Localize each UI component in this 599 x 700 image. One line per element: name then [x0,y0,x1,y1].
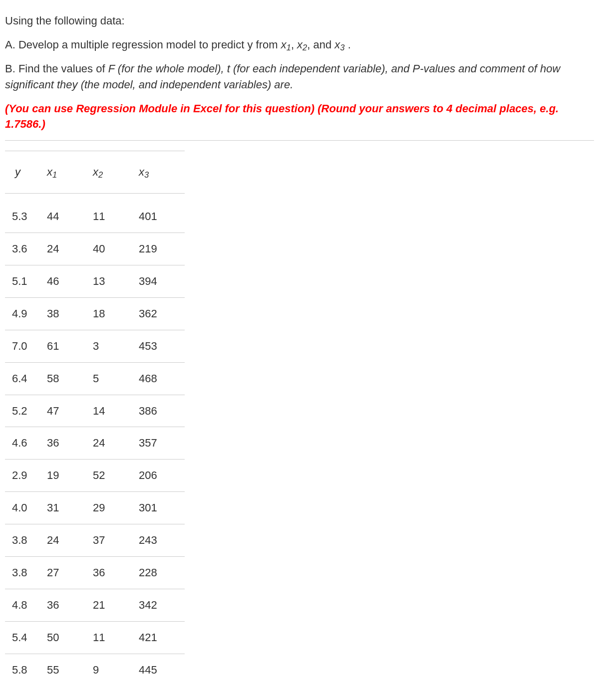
cell-y: 7.0 [5,330,47,362]
cell-x3: 386 [139,395,185,427]
cell-y: 6.4 [5,362,47,395]
table-row: 3.82736228 [5,557,185,589]
table-row: 5.34411401 [5,194,185,233]
intro-line: Using the following data: [5,13,594,29]
x2-sub: 2 [302,43,307,52]
table-row: 4.03129301 [5,492,185,524]
x2-var: x2 [297,38,307,51]
cell-x3: 362 [139,297,185,330]
cell-x1: 19 [47,460,93,492]
cell-x1: 58 [47,362,93,395]
cell-y: 3.8 [5,524,47,557]
table-row: 7.0613453 [5,330,185,362]
part-b-plain: B. Find the values of [5,62,108,75]
header-x1-letter: x [47,166,52,178]
cell-x2: 18 [93,297,139,330]
cell-x2: 24 [93,427,139,460]
cell-x3: 228 [139,557,185,589]
cell-x1: 27 [47,557,93,589]
cell-x3: 453 [139,330,185,362]
part-b: B. Find the values of F (for the whole m… [5,61,594,93]
comma-2: , and [307,38,334,51]
header-x2-sub: 2 [98,170,103,179]
cell-x2: 9 [93,654,139,686]
cell-x1: 55 [47,654,93,686]
header-x2: x2 [93,151,139,194]
cell-y: 4.0 [5,492,47,524]
cell-y: 3.6 [5,233,47,265]
cell-y: 3.8 [5,557,47,589]
x3-letter: x [334,38,340,51]
cell-x1: 44 [47,194,93,233]
header-x3-sub: 3 [144,170,149,179]
cell-y: 5.1 [5,265,47,298]
part-a-prefix: A. Develop a multiple regression model t… [5,38,281,51]
cell-y: 5.8 [5,654,47,686]
x3-sub: 3 [340,43,344,52]
table-row: 3.82437243 [5,524,185,557]
cell-y: 5.3 [5,194,47,233]
cell-x3: 468 [139,362,185,395]
x1-letter: x [281,38,287,51]
table-row: 2.91952206 [5,460,185,492]
cell-x3: 243 [139,524,185,557]
table-row: 5.45011421 [5,621,185,654]
cell-x1: 31 [47,492,93,524]
cell-y: 4.6 [5,427,47,460]
cell-x3: 219 [139,233,185,265]
cell-x1: 38 [47,297,93,330]
table-row: 5.24714386 [5,395,185,427]
header-x3: x3 [139,151,185,194]
table-header-row: y x1 x2 x3 [5,151,185,194]
header-x1-sub: 1 [52,170,57,179]
header-x1: x1 [47,151,93,194]
cell-x1: 50 [47,621,93,654]
table-row: 5.8559445 [5,654,185,686]
cell-x1: 36 [47,427,93,460]
cell-x3: 394 [139,265,185,298]
x1-var: x1 [281,38,291,51]
note-text: (You can use Regression Module in Excel … [5,101,594,133]
x1-sub: 1 [287,43,291,52]
x3-var: x3 [334,38,344,51]
cell-x3: 445 [139,654,185,686]
cell-x2: 11 [93,194,139,233]
cell-x1: 61 [47,330,93,362]
data-table: y x1 x2 x3 5.344114013.624402195.1461339… [5,151,185,686]
part-a: A. Develop a multiple regression model t… [5,37,594,53]
cell-x2: 3 [93,330,139,362]
cell-x3: 401 [139,194,185,233]
header-x2-letter: x [93,166,98,178]
cell-x3: 301 [139,492,185,524]
cell-x2: 29 [93,492,139,524]
cell-y: 2.9 [5,460,47,492]
cell-x2: 11 [93,621,139,654]
header-x3-letter: x [139,166,144,178]
cell-x3: 357 [139,427,185,460]
header-y: y [5,151,47,194]
cell-x3: 206 [139,460,185,492]
table-wrap: y x1 x2 x3 5.344114013.624402195.1461339… [5,140,594,686]
cell-x2: 21 [93,589,139,621]
cell-y: 4.8 [5,589,47,621]
cell-x2: 52 [93,460,139,492]
cell-y: 4.9 [5,297,47,330]
table-row: 6.4585468 [5,362,185,395]
cell-x1: 36 [47,589,93,621]
cell-x3: 421 [139,621,185,654]
cell-x2: 14 [93,395,139,427]
table-row: 3.62440219 [5,233,185,265]
cell-x1: 46 [47,265,93,298]
cell-x2: 40 [93,233,139,265]
cell-x2: 5 [93,362,139,395]
x2-letter: x [297,38,302,51]
cell-y: 5.4 [5,621,47,654]
cell-y: 5.2 [5,395,47,427]
cell-x3: 342 [139,589,185,621]
table-row: 4.93818362 [5,297,185,330]
table-body: 5.344114013.624402195.146133944.93818362… [5,194,185,686]
table-row: 5.14613394 [5,265,185,298]
cell-x1: 24 [47,233,93,265]
part-a-suffix: . [345,38,351,51]
table-row: 4.83621342 [5,589,185,621]
